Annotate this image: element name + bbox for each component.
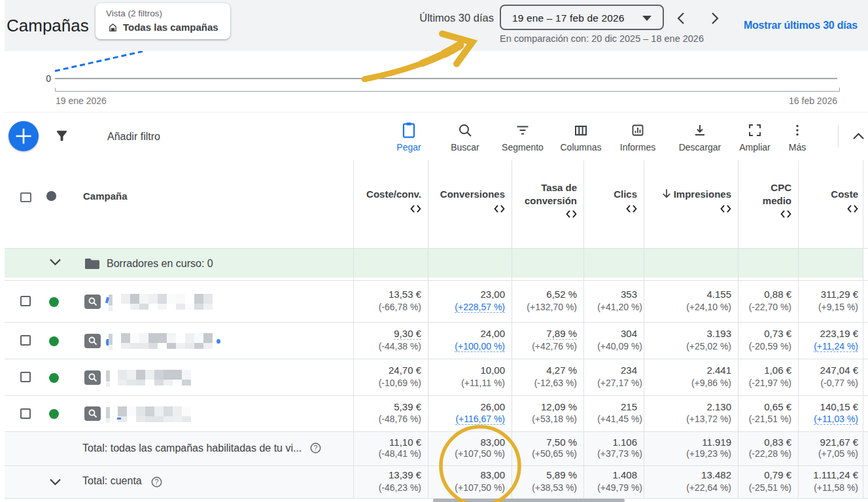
svg-text:0: 0 (46, 73, 51, 84)
svg-text:?: ? (155, 478, 159, 486)
svg-text:16 feb 2026: 16 feb 2026 (789, 96, 837, 106)
svg-text:19 ene 2026: 19 ene 2026 (56, 96, 107, 106)
svg-text:?: ? (314, 444, 318, 452)
